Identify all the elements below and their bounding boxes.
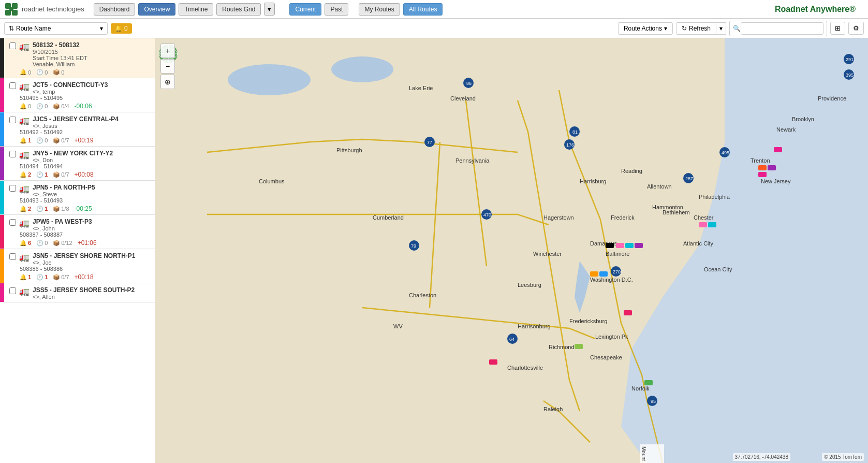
route-actions-dropdown-icon: ▾ — [664, 25, 667, 32]
map-area[interactable]: Pittsburgh Columbus Cumberland Pennsylva… — [155, 38, 868, 463]
route-stat-packages: 📦 0/7 — [53, 274, 69, 281]
svg-rect-82 — [644, 380, 653, 385]
route-card-jpn5[interactable]: 🚛 JPN5 - PA NORTH-P5 <>, Steve 510493 - … — [0, 181, 155, 215]
route-stat-packages: 📦 0/4 — [53, 103, 69, 110]
route-stat-alerts: 🔔 6 — [20, 240, 31, 247]
route-driver: <>, Allen — [33, 294, 151, 300]
logo: roadnet technologies — [4, 2, 84, 17]
route-card-jct5[interactable]: 🚛 JCT5 - CONNECTICUT-Y3 <>, temp 510495 … — [0, 78, 155, 112]
route-checkbox[interactable] — [9, 117, 16, 123]
route-card-jny5[interactable]: 🚛 JNY5 - NEW YORK CITY-Y2 <>, Don 510494… — [0, 147, 155, 181]
grid-view-button[interactable]: ⊞ — [830, 22, 845, 35]
clock-count: 1 — [45, 206, 48, 212]
route-driver: <>, temp — [33, 89, 151, 95]
route-card-jsn5[interactable]: 🚛 JSN5 - JERSEY SHORE NORTH-P1 <>, Joe 5… — [0, 249, 155, 283]
nav-all-routes[interactable]: All Routes — [403, 3, 443, 16]
svg-text:Pittsburgh: Pittsburgh — [336, 147, 362, 153]
search-icon: 🔍 — [733, 25, 741, 32]
mount-label: Mount — [640, 444, 664, 463]
svg-text:Philadelphia: Philadelphia — [699, 194, 730, 200]
svg-text:Providence: Providence — [818, 95, 846, 102]
clock-count: 0 — [45, 137, 48, 143]
route-checkbox[interactable] — [9, 82, 16, 89]
nav-current[interactable]: Current — [289, 3, 321, 16]
nav-past[interactable]: Past — [325, 3, 348, 16]
route-name: JPW5 - PA WEST-P3 — [33, 218, 151, 225]
svg-text:Charleston: Charleston — [409, 292, 436, 298]
svg-rect-86 — [699, 222, 707, 227]
nav-routes-grid[interactable]: Routes Grid — [216, 3, 261, 16]
svg-rect-84 — [768, 165, 776, 170]
refresh-dropdown[interactable]: ▾ — [716, 22, 726, 35]
svg-text:WV: WV — [393, 323, 403, 329]
svg-rect-79 — [599, 271, 608, 277]
route-checkbox[interactable] — [9, 253, 16, 260]
clock-stat-icon: 🕐 — [36, 171, 43, 178]
route-color-strip — [0, 147, 4, 180]
svg-text:Brooklyn: Brooklyn — [792, 116, 814, 122]
truck-icon: 🚛 — [19, 286, 30, 296]
zoom-out-button[interactable]: − — [160, 59, 175, 74]
route-name: JPN5 - PA NORTH-P5 — [33, 184, 151, 191]
route-name: JNY5 - NEW YORK CITY-Y2 — [33, 150, 151, 157]
alert-count: 1 — [28, 137, 31, 143]
route-stat-clock: 🕐 0 — [36, 137, 48, 144]
route-checkbox[interactable] — [9, 42, 16, 49]
route-color-strip — [0, 112, 4, 146]
bell-stat-icon: 🔔 — [20, 137, 27, 144]
truck-icon: 🚛 — [19, 184, 30, 194]
clock-stat-icon: 🕐 — [36, 274, 43, 281]
package-count: 0/12 — [61, 240, 72, 246]
route-time-diff: -00:06 — [75, 103, 92, 110]
settings-button[interactable]: ⚙ — [848, 22, 864, 35]
svg-text:81: 81 — [572, 129, 578, 135]
route-card-jjc5[interactable]: 🚛 JJC5 - JERSEY CENTRAL-P4 <>, Jesus 510… — [0, 112, 155, 147]
nav-my-routes[interactable]: My Routes — [359, 3, 400, 16]
nav-dashboard[interactable]: Dashboard — [94, 3, 136, 16]
map-svg: Pittsburgh Columbus Cumberland Pennsylva… — [155, 38, 868, 463]
sort-button[interactable]: ⇅ Route Name ▾ — [4, 22, 108, 35]
route-checkbox[interactable] — [9, 287, 16, 294]
svg-text:495: 495 — [722, 150, 729, 155]
route-card-selected[interactable]: 🚛 508132 - 508132 9/10/2015 Start Time 1… — [0, 38, 155, 78]
route-checkbox[interactable] — [9, 185, 16, 192]
route-stat-alerts: 🔔 1 — [20, 274, 31, 281]
nav-overview[interactable]: Overview — [138, 3, 175, 16]
svg-text:Cleveland: Cleveland — [450, 95, 476, 102]
layers-button[interactable]: ⊕ — [160, 75, 175, 89]
package-count: 0/4 — [61, 103, 69, 109]
route-driver: <>, Steve — [33, 191, 151, 197]
route-name: JJC5 - JERSEY CENTRAL-P4 — [33, 115, 151, 123]
nav-timeline[interactable]: Timeline — [179, 3, 213, 16]
route-checkbox[interactable] — [9, 219, 16, 226]
route-color-strip — [0, 38, 4, 78]
refresh-button[interactable]: ↻ Refresh — [676, 22, 716, 35]
route-stat-alerts: 🔔 1 — [20, 137, 31, 144]
sort-icon: ⇅ — [9, 25, 14, 32]
logo-icon — [4, 2, 19, 17]
svg-text:Frederick: Frederick — [611, 214, 635, 221]
svg-text:Winchester: Winchester — [533, 251, 562, 257]
svg-rect-81 — [575, 344, 583, 349]
svg-text:Newark: Newark — [776, 126, 796, 133]
toolbar: ⇅ Route Name ▾ 🔔 0 Route Actions ▾ ↻ Ref… — [0, 19, 868, 38]
bell-stat-icon: 🔔 — [20, 103, 27, 110]
route-card-jpw5[interactable]: 🚛 JPW5 - PA WEST-P3 <>, John 508387 - 50… — [0, 215, 155, 249]
route-actions-button[interactable]: Route Actions ▾ — [618, 22, 673, 35]
notifications-count: 0 — [124, 25, 128, 32]
alert-count: 0 — [28, 69, 31, 76]
route-checkbox[interactable] — [9, 151, 16, 157]
alert-count: 2 — [28, 206, 31, 212]
svg-point-7 — [228, 64, 311, 95]
notifications-button[interactable]: 🔔 0 — [111, 23, 132, 34]
route-card-jss5[interactable]: 🚛 JSS5 - JERSEY SHORE SOUTH-P2 <>, Allen — [0, 283, 155, 302]
route-stat-clock: 🕐 1 — [36, 171, 48, 178]
zoom-in-button[interactable]: + — [160, 44, 175, 58]
nav-dropdown[interactable]: ▾ — [264, 3, 275, 16]
route-stat-alerts: 🔔 0 — [20, 103, 31, 110]
route-time-diff: +00:19 — [75, 137, 94, 144]
package-count: 1/8 — [61, 206, 69, 212]
search-input[interactable] — [741, 22, 823, 35]
svg-rect-87 — [708, 222, 716, 227]
clock-stat-icon: 🕐 — [36, 69, 43, 76]
